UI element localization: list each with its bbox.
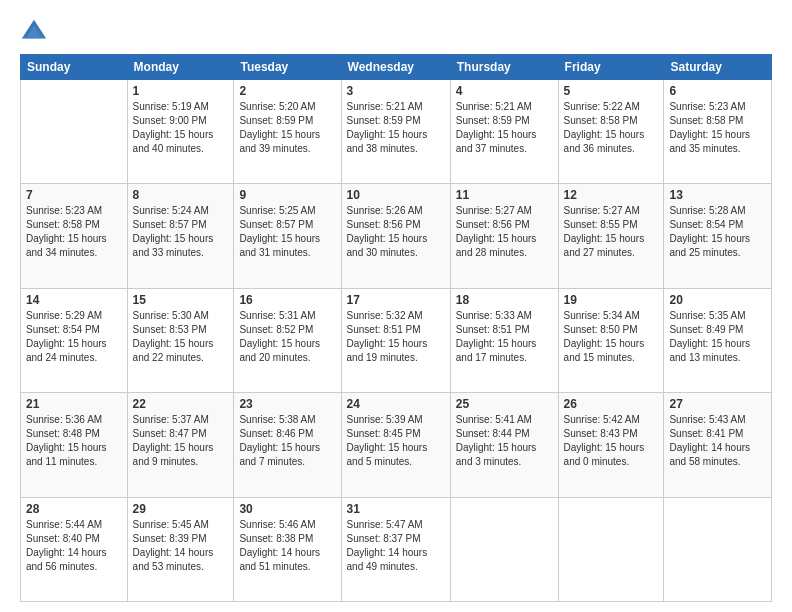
day-number: 3 — [347, 84, 445, 98]
week-row: 14Sunrise: 5:29 AMSunset: 8:54 PMDayligh… — [21, 288, 772, 392]
day-number: 19 — [564, 293, 659, 307]
calendar-cell — [21, 80, 128, 184]
calendar-cell: 11Sunrise: 5:27 AMSunset: 8:56 PMDayligh… — [450, 184, 558, 288]
calendar-cell: 18Sunrise: 5:33 AMSunset: 8:51 PMDayligh… — [450, 288, 558, 392]
day-info: Sunrise: 5:26 AMSunset: 8:56 PMDaylight:… — [347, 204, 445, 260]
calendar-cell — [450, 497, 558, 601]
weekday-header: Friday — [558, 55, 664, 80]
header — [20, 18, 772, 46]
day-number: 16 — [239, 293, 335, 307]
calendar-cell: 10Sunrise: 5:26 AMSunset: 8:56 PMDayligh… — [341, 184, 450, 288]
calendar-cell: 30Sunrise: 5:46 AMSunset: 8:38 PMDayligh… — [234, 497, 341, 601]
calendar-cell: 29Sunrise: 5:45 AMSunset: 8:39 PMDayligh… — [127, 497, 234, 601]
day-number: 12 — [564, 188, 659, 202]
page: SundayMondayTuesdayWednesdayThursdayFrid… — [0, 0, 792, 612]
calendar-cell: 27Sunrise: 5:43 AMSunset: 8:41 PMDayligh… — [664, 393, 772, 497]
day-info: Sunrise: 5:30 AMSunset: 8:53 PMDaylight:… — [133, 309, 229, 365]
day-number: 13 — [669, 188, 766, 202]
day-number: 23 — [239, 397, 335, 411]
calendar-cell: 3Sunrise: 5:21 AMSunset: 8:59 PMDaylight… — [341, 80, 450, 184]
day-info: Sunrise: 5:20 AMSunset: 8:59 PMDaylight:… — [239, 100, 335, 156]
day-info: Sunrise: 5:24 AMSunset: 8:57 PMDaylight:… — [133, 204, 229, 260]
calendar-cell: 5Sunrise: 5:22 AMSunset: 8:58 PMDaylight… — [558, 80, 664, 184]
day-info: Sunrise: 5:47 AMSunset: 8:37 PMDaylight:… — [347, 518, 445, 574]
calendar-cell: 4Sunrise: 5:21 AMSunset: 8:59 PMDaylight… — [450, 80, 558, 184]
day-info: Sunrise: 5:21 AMSunset: 8:59 PMDaylight:… — [347, 100, 445, 156]
day-info: Sunrise: 5:45 AMSunset: 8:39 PMDaylight:… — [133, 518, 229, 574]
week-row: 1Sunrise: 5:19 AMSunset: 9:00 PMDaylight… — [21, 80, 772, 184]
weekday-header: Thursday — [450, 55, 558, 80]
calendar-cell: 24Sunrise: 5:39 AMSunset: 8:45 PMDayligh… — [341, 393, 450, 497]
logo-icon — [20, 18, 48, 46]
day-info: Sunrise: 5:42 AMSunset: 8:43 PMDaylight:… — [564, 413, 659, 469]
day-info: Sunrise: 5:43 AMSunset: 8:41 PMDaylight:… — [669, 413, 766, 469]
day-number: 5 — [564, 84, 659, 98]
calendar-cell: 14Sunrise: 5:29 AMSunset: 8:54 PMDayligh… — [21, 288, 128, 392]
day-number: 24 — [347, 397, 445, 411]
day-info: Sunrise: 5:27 AMSunset: 8:56 PMDaylight:… — [456, 204, 553, 260]
calendar-cell: 8Sunrise: 5:24 AMSunset: 8:57 PMDaylight… — [127, 184, 234, 288]
day-info: Sunrise: 5:36 AMSunset: 8:48 PMDaylight:… — [26, 413, 122, 469]
calendar-cell: 19Sunrise: 5:34 AMSunset: 8:50 PMDayligh… — [558, 288, 664, 392]
day-info: Sunrise: 5:25 AMSunset: 8:57 PMDaylight:… — [239, 204, 335, 260]
day-number: 7 — [26, 188, 122, 202]
weekday-header: Sunday — [21, 55, 128, 80]
day-info: Sunrise: 5:41 AMSunset: 8:44 PMDaylight:… — [456, 413, 553, 469]
calendar-cell: 26Sunrise: 5:42 AMSunset: 8:43 PMDayligh… — [558, 393, 664, 497]
calendar-cell: 7Sunrise: 5:23 AMSunset: 8:58 PMDaylight… — [21, 184, 128, 288]
day-info: Sunrise: 5:31 AMSunset: 8:52 PMDaylight:… — [239, 309, 335, 365]
day-info: Sunrise: 5:23 AMSunset: 8:58 PMDaylight:… — [26, 204, 122, 260]
day-number: 9 — [239, 188, 335, 202]
calendar-cell: 9Sunrise: 5:25 AMSunset: 8:57 PMDaylight… — [234, 184, 341, 288]
calendar-cell — [664, 497, 772, 601]
day-info: Sunrise: 5:34 AMSunset: 8:50 PMDaylight:… — [564, 309, 659, 365]
day-number: 31 — [347, 502, 445, 516]
day-info: Sunrise: 5:35 AMSunset: 8:49 PMDaylight:… — [669, 309, 766, 365]
calendar-cell: 1Sunrise: 5:19 AMSunset: 9:00 PMDaylight… — [127, 80, 234, 184]
day-number: 22 — [133, 397, 229, 411]
day-number: 8 — [133, 188, 229, 202]
day-number: 30 — [239, 502, 335, 516]
day-number: 10 — [347, 188, 445, 202]
day-number: 2 — [239, 84, 335, 98]
day-info: Sunrise: 5:44 AMSunset: 8:40 PMDaylight:… — [26, 518, 122, 574]
weekday-header: Saturday — [664, 55, 772, 80]
day-info: Sunrise: 5:29 AMSunset: 8:54 PMDaylight:… — [26, 309, 122, 365]
weekday-header: Monday — [127, 55, 234, 80]
day-number: 29 — [133, 502, 229, 516]
day-info: Sunrise: 5:21 AMSunset: 8:59 PMDaylight:… — [456, 100, 553, 156]
day-number: 1 — [133, 84, 229, 98]
calendar-cell: 25Sunrise: 5:41 AMSunset: 8:44 PMDayligh… — [450, 393, 558, 497]
calendar-cell: 21Sunrise: 5:36 AMSunset: 8:48 PMDayligh… — [21, 393, 128, 497]
day-info: Sunrise: 5:23 AMSunset: 8:58 PMDaylight:… — [669, 100, 766, 156]
calendar-cell: 15Sunrise: 5:30 AMSunset: 8:53 PMDayligh… — [127, 288, 234, 392]
day-number: 18 — [456, 293, 553, 307]
day-info: Sunrise: 5:22 AMSunset: 8:58 PMDaylight:… — [564, 100, 659, 156]
calendar-cell: 22Sunrise: 5:37 AMSunset: 8:47 PMDayligh… — [127, 393, 234, 497]
calendar-cell: 23Sunrise: 5:38 AMSunset: 8:46 PMDayligh… — [234, 393, 341, 497]
weekday-header: Tuesday — [234, 55, 341, 80]
week-row: 7Sunrise: 5:23 AMSunset: 8:58 PMDaylight… — [21, 184, 772, 288]
calendar-cell: 17Sunrise: 5:32 AMSunset: 8:51 PMDayligh… — [341, 288, 450, 392]
logo — [20, 18, 54, 46]
day-number: 11 — [456, 188, 553, 202]
day-number: 4 — [456, 84, 553, 98]
day-info: Sunrise: 5:33 AMSunset: 8:51 PMDaylight:… — [456, 309, 553, 365]
day-info: Sunrise: 5:28 AMSunset: 8:54 PMDaylight:… — [669, 204, 766, 260]
day-info: Sunrise: 5:37 AMSunset: 8:47 PMDaylight:… — [133, 413, 229, 469]
day-number: 17 — [347, 293, 445, 307]
calendar-cell: 12Sunrise: 5:27 AMSunset: 8:55 PMDayligh… — [558, 184, 664, 288]
day-number: 27 — [669, 397, 766, 411]
day-number: 15 — [133, 293, 229, 307]
day-number: 6 — [669, 84, 766, 98]
day-info: Sunrise: 5:32 AMSunset: 8:51 PMDaylight:… — [347, 309, 445, 365]
calendar-cell: 20Sunrise: 5:35 AMSunset: 8:49 PMDayligh… — [664, 288, 772, 392]
week-row: 21Sunrise: 5:36 AMSunset: 8:48 PMDayligh… — [21, 393, 772, 497]
weekday-header: Wednesday — [341, 55, 450, 80]
calendar-cell: 2Sunrise: 5:20 AMSunset: 8:59 PMDaylight… — [234, 80, 341, 184]
day-info: Sunrise: 5:38 AMSunset: 8:46 PMDaylight:… — [239, 413, 335, 469]
week-row: 28Sunrise: 5:44 AMSunset: 8:40 PMDayligh… — [21, 497, 772, 601]
day-number: 28 — [26, 502, 122, 516]
calendar-cell: 31Sunrise: 5:47 AMSunset: 8:37 PMDayligh… — [341, 497, 450, 601]
calendar-cell — [558, 497, 664, 601]
